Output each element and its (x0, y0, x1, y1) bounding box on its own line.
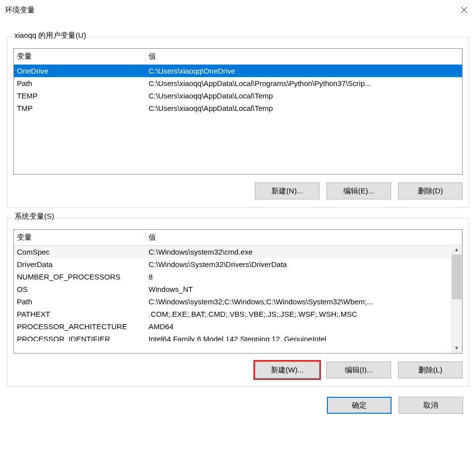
close-button[interactable] (452, 0, 476, 20)
cell-var: TEMP (14, 91, 146, 100)
scrollbar[interactable]: ▲ ▼ (451, 244, 462, 353)
table-row[interactable]: PROCESSOR_ARCHITECTURE AMD64 (14, 320, 451, 333)
cell-var: DriverData (14, 260, 146, 269)
table-row[interactable]: TMP C:\Users\xiaoqq\AppData\Local\Temp (14, 102, 462, 114)
system-group-label: 系统变量(S) (12, 212, 56, 221)
cancel-button[interactable]: 取消 (398, 397, 463, 414)
cell-var: Path (14, 297, 146, 306)
cell-var: Path (14, 79, 146, 88)
system-new-button[interactable]: 新建(W)... (255, 362, 319, 378)
cell-val: AMD64 (146, 322, 451, 331)
cell-val: C:\Users\xiaoqq\AppData\Local\Programs\P… (146, 79, 462, 88)
scroll-down-icon[interactable]: ▼ (451, 342, 462, 353)
table-row[interactable]: NUMBER_OF_PROCESSORS 8 (14, 271, 451, 283)
cell-val: C:\Windows\system32;C:\Windows;C:\Window… (146, 297, 451, 306)
table-row[interactable]: OneDrive C:\Users\xiaoqq\OneDrive (14, 65, 462, 77)
header-value[interactable]: 值 (146, 51, 462, 62)
cell-val: .COM;.EXE;.BAT;.CMD;.VBS;.VBE;.JS;.JSE;.… (146, 309, 451, 319)
system-edit-button[interactable]: 编辑(I)... (326, 362, 391, 378)
table-row[interactable]: Path C:\Users\xiaoqq\AppData\Local\Progr… (14, 77, 462, 90)
cell-var: PATHEXT (14, 309, 146, 319)
table-row[interactable]: DriverData C:\Windows\System32\Drivers\D… (14, 258, 451, 271)
table-row[interactable]: PROCESSOR_IDENTIFIER Intel64 Family 6 Mo… (14, 333, 451, 343)
cell-val: C:\Users\xiaoqq\AppData\Local\Temp (146, 103, 462, 113)
table-row[interactable]: PATHEXT .COM;.EXE;.BAT;.CMD;.VBS;.VBE;.J… (14, 308, 451, 320)
cell-var: OneDrive (14, 66, 146, 76)
cell-var: NUMBER_OF_PROCESSORS (14, 272, 146, 281)
list-header: 变量 值 (14, 49, 462, 65)
window-title: 环境变量 (5, 5, 35, 15)
user-delete-button[interactable]: 删除(D) (398, 182, 463, 199)
system-variables-list[interactable]: 变量 值 ComSpec C:\Windows\system32\cmd.exe… (13, 229, 463, 354)
table-row[interactable]: ComSpec C:\Windows\system32\cmd.exe (14, 246, 451, 258)
cell-val: C:\Windows\system32\cmd.exe (146, 247, 451, 257)
scroll-thumb[interactable] (452, 255, 462, 299)
ok-button[interactable]: 确定 (327, 397, 392, 414)
user-variables-list[interactable]: 变量 值 OneDrive C:\Users\xiaoqq\OneDrive P… (13, 48, 463, 175)
cell-val: Intel64 Family 6 Model 142 Stepping 12, … (146, 334, 451, 341)
list-header: 变量 值 (14, 230, 462, 246)
table-row[interactable]: OS Windows_NT (14, 283, 451, 295)
cell-val: C:\Users\xiaoqq\AppData\Local\Temp (146, 91, 462, 100)
system-delete-button[interactable]: 删除(L) (398, 362, 463, 378)
cell-var: ComSpec (14, 247, 146, 257)
header-variable[interactable]: 变量 (14, 51, 146, 62)
cell-var: PROCESSOR_IDENTIFIER (14, 334, 146, 341)
table-row[interactable]: TEMP C:\Users\xiaoqq\AppData\Local\Temp (14, 90, 462, 102)
cell-var: TMP (14, 103, 146, 113)
user-edit-button[interactable]: 编辑(E)... (326, 182, 391, 199)
cell-val: 8 (146, 272, 451, 281)
system-variables-group: 系统变量(S) 变量 值 ComSpec C:\Windows\system32… (7, 218, 469, 387)
cell-val: C:\Users\xiaoqq\OneDrive (146, 66, 462, 76)
cell-var: OS (14, 284, 146, 294)
user-variables-group: xiaoqq 的用户变量(U) 变量 值 OneDrive C:\Users\x… (7, 37, 469, 208)
header-value[interactable]: 值 (146, 232, 462, 243)
user-group-label: xiaoqq 的用户变量(U) (12, 31, 88, 40)
close-icon (461, 6, 468, 13)
titlebar: 环境变量 (0, 0, 476, 20)
table-row[interactable]: Path C:\Windows\system32;C:\Windows;C:\W… (14, 295, 451, 308)
scroll-up-icon[interactable]: ▲ (451, 244, 462, 255)
user-new-button[interactable]: 新建(N)... (255, 182, 319, 199)
cell-var: PROCESSOR_ARCHITECTURE (14, 322, 146, 331)
cell-val: C:\Windows\System32\Drivers\DriverData (146, 260, 451, 269)
header-variable[interactable]: 变量 (14, 232, 146, 243)
cell-val: Windows_NT (146, 284, 451, 294)
